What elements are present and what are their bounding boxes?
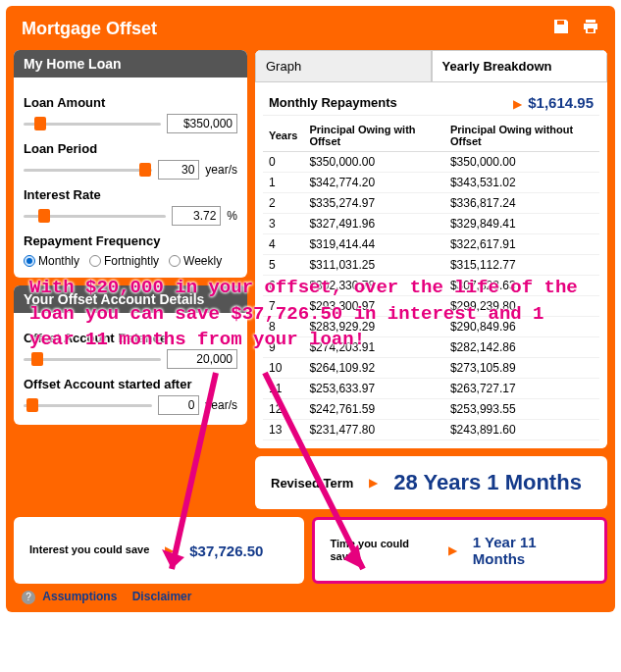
col-without-offset: Principal Owing without Offset — [444, 120, 599, 152]
offset-start-slider[interactable] — [24, 398, 152, 412]
table-row: 1$342,774.20$343,531.02 — [263, 173, 599, 193]
triangle-icon: ▶ — [448, 543, 457, 557]
panel-title: Your Offset Account Details — [14, 285, 247, 313]
yearly-breakdown-table: Years Principal Owing with Offset Princi… — [263, 120, 599, 440]
interest-save-panel: Interest you could save ▶ $37,726.50 — [14, 517, 304, 584]
disclaimer-link[interactable]: Disclaimer — [132, 590, 192, 603]
table-row: 0$350,000.00$350,000.00 — [263, 152, 599, 173]
table-row: 2$335,274.97$336,817.24 — [263, 193, 599, 214]
freq-monthly-radio[interactable]: Monthly — [24, 254, 79, 268]
table-row: 4$319,414.44$322,617.91 — [263, 234, 599, 255]
loan-period-input[interactable] — [158, 160, 199, 180]
table-row: 13$231,477.80$243,891.60 — [263, 420, 599, 440]
interest-rate-slider[interactable] — [24, 209, 166, 223]
tab-graph[interactable]: Graph — [255, 50, 432, 81]
offset-balance-slider[interactable] — [24, 352, 161, 366]
revised-term-label: Revised Term — [271, 476, 353, 491]
triangle-icon: ▶ — [513, 97, 522, 111]
help-icon[interactable]: ? — [22, 591, 35, 604]
freq-weekly-radio[interactable]: Weekly — [169, 254, 222, 268]
panel-title: My Home Loan — [14, 50, 247, 78]
revised-term-value: 28 Years 1 Months — [393, 470, 582, 495]
loan-period-slider[interactable] — [24, 163, 152, 177]
table-row: 9$274,203.91$282,142.86 — [263, 337, 599, 358]
table-row: 6$302,330.78$307,323.63 — [263, 276, 599, 296]
interest-rate-input[interactable] — [172, 206, 221, 226]
revised-term-panel: Revised Term ▶ 28 Years 1 Months — [255, 456, 607, 509]
time-save-label: Time you could save — [331, 538, 433, 563]
save-icon[interactable] — [552, 18, 570, 40]
interest-save-value: $37,726.50 — [189, 543, 263, 559]
footer: ? Assumptions Disclaimer — [14, 584, 607, 604]
loan-amount-label: Loan Amount — [24, 95, 237, 110]
table-row: 5$311,031.25$315,112.77 — [263, 255, 599, 276]
col-years: Years — [263, 120, 303, 152]
offset-balance-input[interactable] — [167, 349, 237, 369]
loan-amount-slider[interactable] — [24, 117, 161, 130]
time-save-panel: Time you could save ▶ 1 Year 11 Months — [312, 517, 608, 584]
triangle-icon: ▶ — [369, 476, 378, 490]
offset-balance-label: Offset Account Balance — [24, 331, 237, 345]
monthly-repayments-label: Monthly Repayments — [269, 95, 397, 110]
offset-start-label: Offset Account started after — [24, 377, 237, 391]
loan-period-label: Loan Period — [24, 141, 237, 156]
assumptions-link[interactable]: Assumptions — [42, 590, 117, 603]
table-row: 7$293,300.97$299,239.80 — [263, 296, 599, 317]
offset-details-panel: Your Offset Account Details Offset Accou… — [14, 285, 247, 425]
triangle-icon: ▶ — [165, 543, 174, 557]
loan-amount-input[interactable] — [167, 114, 237, 133]
page-title: Mortgage Offset — [22, 19, 157, 39]
table-row: 8$283,929.29$290,849.96 — [263, 317, 599, 337]
loan-period-unit: year/s — [205, 163, 237, 177]
interest-save-label: Interest you could save — [29, 543, 149, 556]
my-home-loan-panel: My Home Loan Loan Amount Loan Period yea… — [14, 50, 247, 278]
interest-rate-label: Interest Rate — [24, 187, 237, 202]
table-row: 10$264,109.92$273,105.89 — [263, 358, 599, 379]
table-row: 12$242,761.59$253,993.55 — [263, 399, 599, 420]
print-icon[interactable] — [582, 18, 599, 40]
table-row: 11$253,633.97$263,727.17 — [263, 379, 599, 399]
monthly-repayments-value: $1,614.95 — [528, 94, 594, 111]
table-row: 3$327,491.96$329,849.41 — [263, 214, 599, 234]
frequency-label: Repayment Frequency — [24, 233, 237, 248]
interest-rate-unit: % — [227, 209, 237, 223]
time-save-value: 1 Year 11 Months — [473, 534, 589, 567]
tab-yearly[interactable]: Yearly Breakdown — [432, 50, 608, 81]
offset-start-input[interactable] — [158, 395, 199, 415]
offset-start-unit: year/s — [205, 398, 237, 412]
freq-fortnightly-radio[interactable]: Fortnightly — [89, 254, 159, 268]
col-with-offset: Principal Owing with Offset — [303, 120, 444, 152]
